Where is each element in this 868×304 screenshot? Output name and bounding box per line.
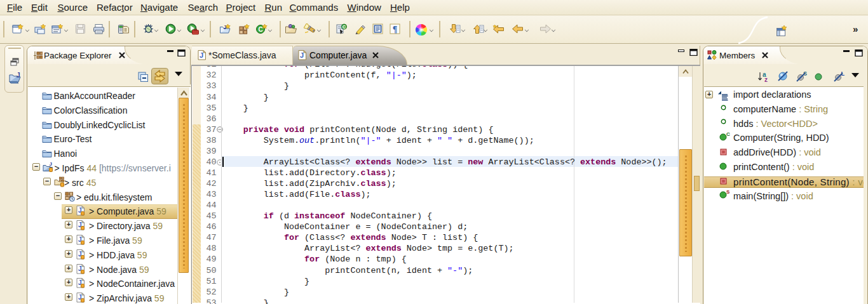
svg-text:J: J (17, 72, 20, 79)
svg-text:C: C (726, 132, 730, 137)
svg-text:z: z (764, 76, 768, 83)
svg-text:J: J (224, 24, 227, 30)
svg-text:¶: ¶ (393, 25, 398, 34)
svg-text:J: J (50, 162, 52, 167)
svg-text:S: S (726, 190, 730, 195)
svg-text:C: C (342, 24, 346, 30)
svg-text:C: C (258, 26, 262, 33)
